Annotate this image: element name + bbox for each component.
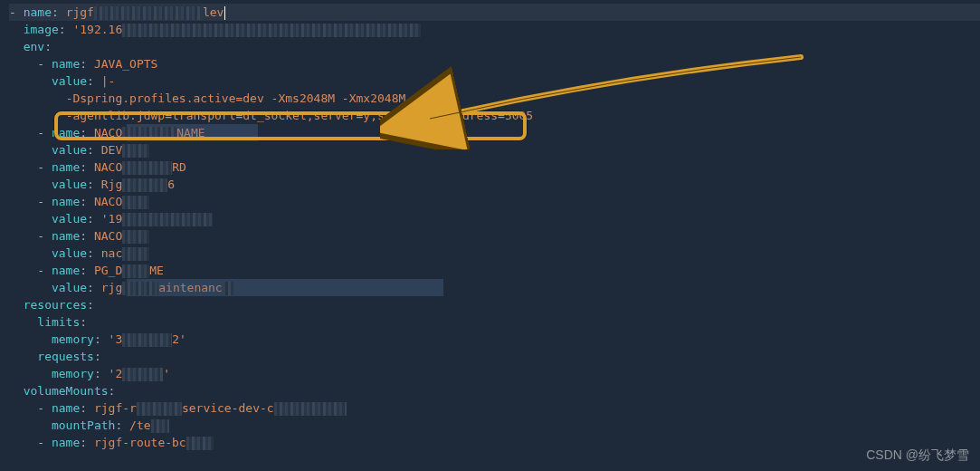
text-cursor xyxy=(224,6,225,20)
yaml-line: - name: NACORD xyxy=(9,159,980,176)
yaml-line: volumeMounts: xyxy=(9,382,980,399)
yaml-line: resources: xyxy=(9,296,980,313)
yaml-line: memory: '32' xyxy=(9,331,980,348)
yaml-line: image: '192.16 xyxy=(9,21,980,38)
yaml-line: value: Rjg6 xyxy=(9,176,980,193)
yaml-line: value: nac xyxy=(9,245,980,262)
code-editor[interactable]: - name: rjgflev image: '192.16 env: - na… xyxy=(0,0,980,455)
yaml-line: - name: NACONAME xyxy=(9,124,980,141)
yaml-line: value: |- xyxy=(9,72,980,90)
watermark-text: CSDN @纷飞梦雪 xyxy=(866,447,969,464)
yaml-line: - name: NACO xyxy=(9,227,980,245)
yaml-line: mountPath: /te xyxy=(9,417,980,434)
yaml-line: - name: NACO xyxy=(9,193,980,210)
yaml-line: - name: rjgf-route-bc xyxy=(9,434,980,451)
yaml-line: value: DEV xyxy=(9,141,980,159)
yaml-line: value: '19 xyxy=(9,210,980,227)
yaml-line: - name: rjgflev xyxy=(9,4,980,21)
yaml-line: -Dspring.profiles.active=dev -Xms2048M -… xyxy=(9,90,980,107)
yaml-line: - name: PG_DME xyxy=(9,262,980,279)
highlighted-jvm-arg: -agentlib:jdwp=transport=dt_socket,serve… xyxy=(9,107,980,124)
yaml-line: requests: xyxy=(9,348,980,365)
yaml-line: - name: JAVA_OPTS xyxy=(9,55,980,72)
yaml-line: value: rjgaintenanc xyxy=(9,279,980,296)
yaml-line: limits: xyxy=(9,313,980,331)
yaml-line: memory: '2' xyxy=(9,365,980,382)
yaml-line: env: xyxy=(9,38,980,55)
yaml-line: - name: rjgf-rservice-dev-c xyxy=(9,399,980,417)
